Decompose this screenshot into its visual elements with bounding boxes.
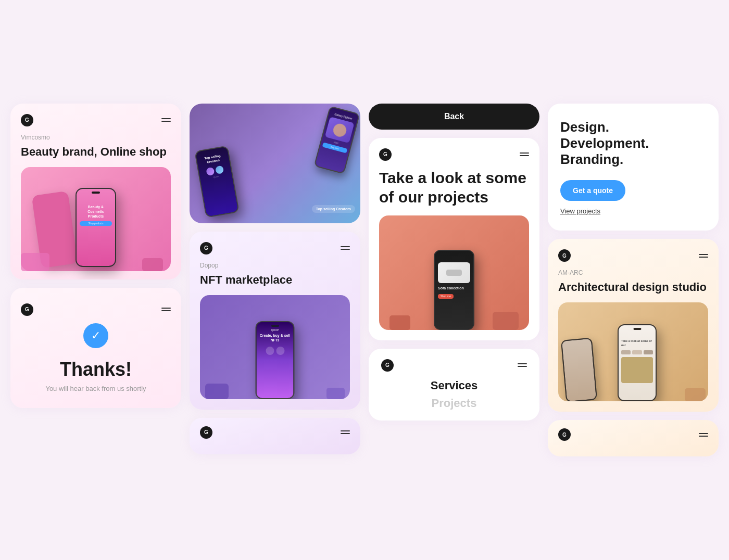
projects-card: G Take a look at some of our projects So…	[369, 138, 539, 340]
amarc-logo: G	[558, 249, 571, 262]
arch-phone-back	[561, 338, 597, 401]
decor-block-1	[21, 253, 49, 271]
decor-nft-1	[205, 384, 229, 399]
decor-sofa-1	[493, 312, 519, 330]
col4-bottom-header: G	[558, 428, 708, 441]
sofa-screen-btn: Shop now	[438, 294, 454, 299]
amarc-menu-icon[interactable]	[699, 254, 708, 258]
projects-card-header: G	[379, 148, 529, 161]
hero-tagline: Design. Development. Branding.	[560, 119, 706, 168]
beauty-screen-text: Beauty & Cosmetic Products	[80, 205, 112, 219]
amarc-label: AM-ARC	[558, 269, 708, 276]
dopop-notch	[271, 325, 279, 327]
vimcosmo-card-header: G	[21, 114, 171, 126]
nft-top-image: Galaxy Fighter #332 Buy Now Top sellingC…	[190, 104, 360, 223]
services-title: Services	[381, 379, 527, 392]
hero-card: Design. Development. Branding. Get a quo…	[548, 104, 719, 231]
view-projects-link[interactable]: View projects	[560, 207, 706, 215]
sofa-phone: Sofa collection Shop now	[434, 250, 474, 330]
beauty-screen-btn: Shop products	[80, 221, 112, 226]
nft-top-card: Galaxy Fighter #332 Buy Now Top sellingC…	[190, 104, 360, 223]
amarc-card: G AM-ARC Architectural design studio Tak…	[548, 239, 719, 412]
phone-screen-beauty: Beauty & Cosmetic Products Shop products	[77, 189, 115, 266]
col2-bottom-menu[interactable]	[341, 430, 350, 434]
vimcosmo-label: Vimcosmo	[21, 134, 171, 141]
col4-bottom-logo: G	[558, 428, 571, 441]
nft-phone-1: Galaxy Fighter #332 Buy Now	[313, 106, 360, 174]
projects-title: Take a look at some of our projects	[379, 168, 529, 207]
nft-top-label: Top selling Creators	[312, 205, 355, 213]
vimcosmo-card: G Vimcosmo Beauty brand, Online shop	[10, 104, 181, 279]
dopop-image-area: QUOP Create, buy & sell NFTs	[200, 295, 350, 399]
dopop-card-header: G	[200, 242, 350, 254]
sofa-notch	[450, 253, 458, 256]
tagline-line-1: Design.	[560, 119, 706, 135]
amarc-card-header: G	[558, 249, 708, 262]
dopop-card: G Dopop NFT marketplace QUOP Create, buy…	[190, 232, 360, 410]
services-card-header: G	[381, 359, 527, 372]
dopop-label: Dopop	[200, 262, 350, 269]
decor-nft-2	[326, 388, 345, 399]
col2-bottom-header: G	[200, 426, 350, 439]
col4-bottom-menu[interactable]	[699, 433, 708, 437]
dopop-phone: QUOP Create, buy & sell NFTs	[256, 321, 295, 399]
arch-image-area: Take a look at some of our	[558, 302, 708, 401]
thanks-logo: G	[21, 303, 33, 316]
projects-logo: G	[379, 148, 392, 161]
vimcosmo-menu-icon[interactable]	[161, 118, 171, 122]
vimcosmo-logo: G	[21, 114, 33, 126]
column-3: Back G Take a look at some of our projec…	[369, 104, 539, 421]
col2-bottom-card: G	[190, 418, 360, 454]
column-4: Design. Development. Branding. Get a quo…	[548, 104, 719, 457]
arch-phone-main: Take a look at some of our	[618, 324, 657, 401]
decor-arch-1	[685, 388, 706, 401]
services-menu-icon[interactable]	[518, 363, 527, 367]
thanks-card: G ✓ Thanks! You will hear back from us s…	[10, 288, 181, 408]
vimcosmo-title: Beauty brand, Online shop	[21, 145, 171, 159]
get-quote-button[interactable]: Get a quote	[560, 180, 625, 201]
thanks-subtitle: You will hear back from us shortly	[21, 385, 171, 392]
nft-phone-2: Top sellingCreators QUOP	[194, 145, 240, 218]
vimcosmo-image-area: Beauty & Cosmetic Products Shop products	[21, 167, 171, 271]
thanks-card-header: G	[21, 303, 171, 316]
phone-notch-beauty	[92, 192, 100, 194]
col2-bottom-logo: G	[200, 426, 212, 439]
projects-nav-title: Projects	[381, 397, 527, 410]
phone-main-beauty: Beauty & Cosmetic Products Shop products	[76, 188, 116, 267]
dopop-menu-icon[interactable]	[341, 246, 350, 250]
dopop-title: NFT marketplace	[200, 273, 350, 287]
column-2: Galaxy Fighter #332 Buy Now Top sellingC…	[190, 104, 360, 454]
tagline-line-3: Branding.	[560, 151, 706, 168]
column-1: G Vimcosmo Beauty brand, Online shop	[10, 104, 181, 408]
arch-notch	[633, 328, 641, 330]
dopop-logo: G	[200, 242, 212, 254]
projects-menu-icon[interactable]	[520, 152, 529, 156]
page-wrapper: G Vimcosmo Beauty brand, Online shop	[10, 104, 719, 457]
decor-sofa-2	[389, 315, 410, 330]
thanks-title: Thanks!	[21, 359, 171, 380]
sofa-image-area: Sofa collection Shop now	[379, 215, 529, 330]
services-logo: G	[381, 359, 394, 372]
col4-bottom-card: G	[548, 420, 719, 456]
amarc-title: Architectural design studio	[558, 281, 708, 294]
back-button[interactable]: Back	[369, 104, 539, 130]
thanks-menu-icon[interactable]	[161, 308, 171, 311]
back-button-wrapper: Back	[369, 104, 539, 130]
decor-block-2	[142, 258, 163, 271]
services-card: G Services Projects	[369, 349, 539, 421]
tagline-line-2: Development.	[560, 135, 706, 151]
thanks-checkmark-icon: ✓	[83, 323, 108, 348]
